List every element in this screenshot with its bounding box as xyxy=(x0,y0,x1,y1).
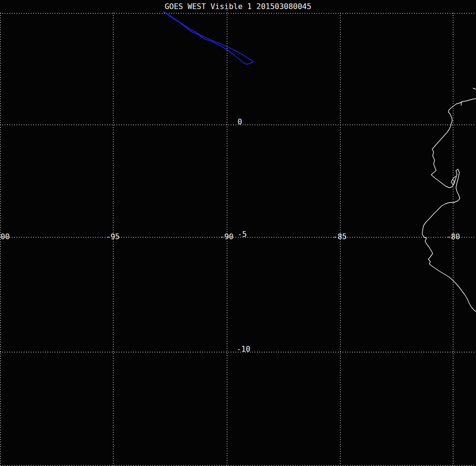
lon-label: -85 xyxy=(333,233,347,241)
track-segment xyxy=(164,11,253,61)
lat-label: 0 xyxy=(238,118,242,126)
coastline-south-america xyxy=(422,88,476,312)
coastline-segment xyxy=(422,99,476,312)
blue-track-loop xyxy=(164,11,253,64)
satellite-image-view: GOES WEST Visible 1 201503080045 00-95-9… xyxy=(0,0,476,466)
image-title: GOES WEST Visible 1 201503080045 xyxy=(0,2,476,11)
track-segment xyxy=(164,12,253,64)
lon-label: -80 xyxy=(446,233,460,241)
lat-label: -5 xyxy=(238,231,247,238)
coastline-segment xyxy=(473,88,476,89)
lon-label: -95 xyxy=(106,233,120,241)
lon-label: -90 xyxy=(220,233,234,241)
lon-label: 00 xyxy=(0,233,10,241)
lat-label: -10 xyxy=(237,345,250,353)
